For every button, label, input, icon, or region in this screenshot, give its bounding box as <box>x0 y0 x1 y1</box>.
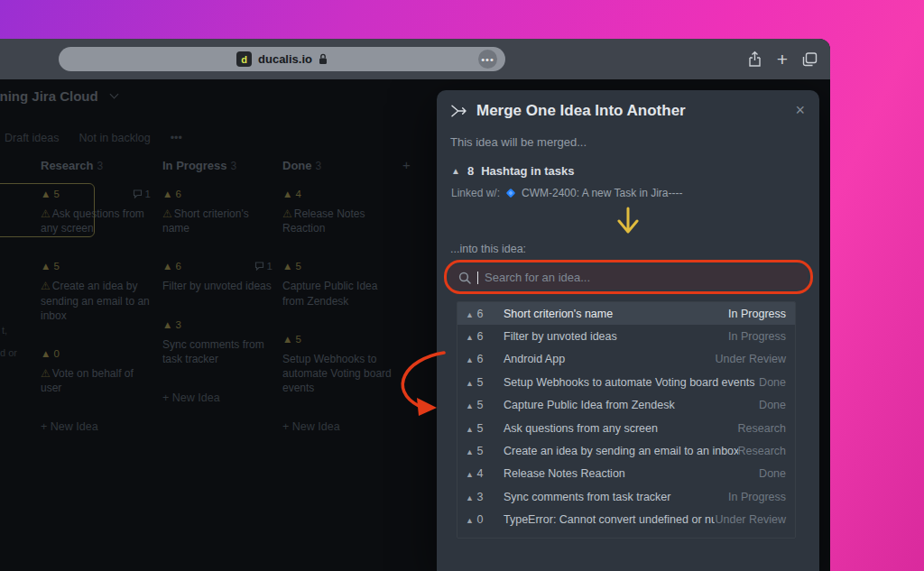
column-header: Research3 <box>41 159 151 172</box>
card-meta: ▲ 0 <box>41 348 151 359</box>
merged-label: This idea will be merged... <box>450 135 587 149</box>
card-meta: ▲ 4 <box>282 189 393 199</box>
vote-triangle-icon: ▲ <box>466 310 474 319</box>
card-title: ⚠Create an idea by sending an email to a… <box>41 279 151 323</box>
comment-icon <box>254 262 264 271</box>
idea-title: Setup Webhooks to automate Voting board … <box>494 376 759 389</box>
source-title: Hashtag in tasks <box>481 164 574 178</box>
comment-count: 1 <box>133 189 151 199</box>
into-label: ...into this idea: <box>450 243 526 255</box>
idea-title: Short criterion's name <box>494 308 728 320</box>
board-card[interactable]: ▲ 5Capture Public Idea from Zendesk <box>282 261 393 308</box>
warning-icon: ⚠ <box>41 280 51 292</box>
vote-triangle-icon: ▲ <box>466 379 474 388</box>
idea-status: Under Review <box>715 513 795 526</box>
column-header: Done3 <box>282 159 393 172</box>
vote-count: ▲ 0 <box>41 348 60 359</box>
idea-row[interactable]: ▲ 5Capture Public Idea from ZendeskDone <box>457 394 795 417</box>
idea-votes: ▲ 6 <box>457 330 494 343</box>
board-column-in-progress: In Progress3▲ 6⚠Short criterion's name▲ … <box>162 159 273 404</box>
browser-toolbar: d ducalis.io ••• + <box>0 39 830 79</box>
card-title: ⚠Release Notes Reaction <box>282 207 393 235</box>
board-card[interactable]: ▲ 0⚠Vote on behalf of user <box>41 348 151 395</box>
idea-row[interactable]: ▲ 5Create an idea by sending an email to… <box>457 439 795 462</box>
idea-votes: ▲ 6 <box>457 308 494 320</box>
idea-list: ▲ 6Short criterion's nameIn Progress▲ 6F… <box>457 301 796 539</box>
vote-triangle-icon: ▲ <box>466 333 474 342</box>
card-meta: ▲ 3 <box>162 319 273 330</box>
card-meta: ▲ 6 <box>162 189 273 199</box>
warning-icon: ⚠ <box>162 207 172 220</box>
idea-row[interactable]: ▲ 6Short criterion's nameIn Progress <box>457 302 795 325</box>
vote-count: ▲ 6 <box>162 261 181 272</box>
share-icon[interactable] <box>747 51 762 69</box>
idea-title: Capture Public Idea from Zendesk <box>494 399 759 411</box>
vote-count: ▲ 5 <box>282 261 301 272</box>
extensions-ellipsis-button[interactable]: ••• <box>478 50 497 69</box>
url-text: ducalis.io <box>258 52 312 66</box>
tab-overview-icon[interactable] <box>802 52 818 67</box>
card-title: ⚠Short criterion's name <box>162 207 273 235</box>
idea-votes: ▲ 5 <box>457 445 494 457</box>
idea-row[interactable]: ▲ 6Filter by unvoted ideasIn Progress <box>457 325 795 347</box>
vote-triangle-icon: ▲ <box>466 470 474 479</box>
site-favicon: d <box>236 51 252 67</box>
browser-window: d ducalis.io ••• + <box>0 39 830 571</box>
card-title: Sync comments from task tracker <box>162 337 273 366</box>
idea-status: Research <box>738 422 796 435</box>
linked-prefix: Linked w/: <box>451 187 500 199</box>
warning-icon: ⚠ <box>282 207 292 220</box>
board-card[interactable]: ▲ 3Sync comments from task tracker <box>162 319 273 366</box>
annotation-red-outline <box>444 260 813 294</box>
idea-row[interactable]: ▲ 0Vote on behalf of userResearch <box>457 531 795 539</box>
idea-status: In Progress <box>728 308 795 320</box>
vote-count: ▲ 6 <box>162 189 181 199</box>
idea-row[interactable]: ▲ 4Release Notes ReactionDone <box>457 463 795 485</box>
url-bar[interactable]: d ducalis.io ••• <box>59 47 505 71</box>
idea-status: In Progress <box>728 491 795 503</box>
screenshot-stage: d ducalis.io ••• + <box>0 0 924 571</box>
idea-status: Under Review <box>715 353 795 365</box>
idea-status: Research <box>738 537 796 539</box>
column-header: In Progress3 <box>162 159 273 172</box>
card-meta: ▲ 5 <box>41 261 151 272</box>
board-card[interactable]: ▲ 4⚠Release Notes Reaction <box>282 189 393 235</box>
card-title: Capture Public Idea from Zendesk <box>282 279 393 308</box>
new-idea-button[interactable]: + New Idea <box>41 420 151 433</box>
new-idea-button[interactable]: + New Idea <box>282 420 393 433</box>
board-card[interactable]: ▲ 5⚠Create an idea by sending an email t… <box>41 261 151 323</box>
vote-triangle-icon: ▲ <box>466 516 474 525</box>
idea-status: Research <box>738 445 796 457</box>
idea-title: Ask questions from any screen <box>494 422 738 435</box>
card-meta: ▲ 6 1 <box>162 261 273 272</box>
idea-row[interactable]: ▲ 5Ask questions from any screenResearch <box>457 417 795 439</box>
new-tab-icon[interactable]: + <box>777 50 788 69</box>
jira-icon <box>505 188 516 198</box>
idea-votes: ▲ 5 <box>457 422 494 435</box>
clipped-card-text: d or <box>0 347 17 358</box>
idea-row[interactable]: ▲ 6Android AppUnder Review <box>457 348 795 371</box>
comment-count: 1 <box>254 261 273 272</box>
board-card[interactable]: ▲ 5Setup Webhooks to automate Voting boa… <box>282 334 393 396</box>
card-title: Setup Webhooks to automate Voting board … <box>282 352 393 396</box>
board-card[interactable]: ▲ 6⚠Short criterion's name <box>162 189 273 235</box>
idea-row[interactable]: ▲ 5Setup Webhooks to automate Voting boa… <box>457 371 795 393</box>
board-column-done: Done3▲ 4⚠Release Notes Reaction▲ 5Captur… <box>282 159 393 433</box>
idea-votes: ▲ 5 <box>457 376 494 389</box>
focused-card-outline <box>0 183 95 237</box>
vote-count: ▲ 4 <box>282 189 301 199</box>
idea-row[interactable]: ▲ 0TypeError: Cannot convert undefined o… <box>457 509 795 531</box>
idea-title: TypeError: Cannot convert undefined or n… <box>494 513 715 526</box>
board-card[interactable]: ▲ 6 1Filter by unvoted ideas <box>162 261 273 293</box>
idea-row[interactable]: ▲ 3Sync comments from task trackerIn Pro… <box>457 485 795 508</box>
vote-triangle-icon: ▲ <box>451 166 460 176</box>
new-idea-button[interactable]: + New Idea <box>162 391 273 404</box>
merge-modal: Merge One Idea Into Another × This idea … <box>437 90 819 571</box>
card-title: ⚠Vote on behalf of user <box>41 366 151 395</box>
idea-status: Done <box>759 376 795 389</box>
close-icon[interactable]: × <box>795 101 805 120</box>
idea-votes: ▲ 6 <box>457 353 494 365</box>
clipped-card-text: t, <box>2 325 7 336</box>
annotation-curved-arrow <box>386 346 453 422</box>
idea-status: Done <box>759 467 795 480</box>
